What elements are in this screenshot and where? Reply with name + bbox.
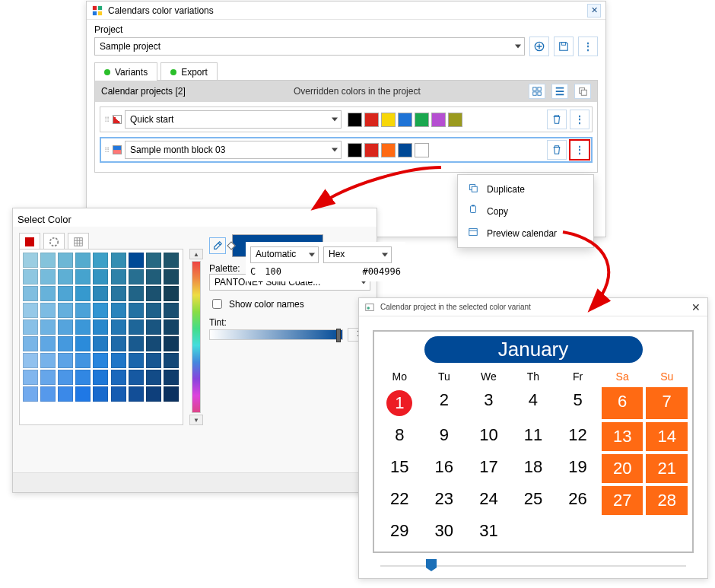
- color-cell[interactable]: [40, 253, 56, 268]
- slider-thumb[interactable]: [336, 329, 341, 342]
- color-cell[interactable]: [146, 386, 161, 402]
- delete-row-button[interactable]: [547, 140, 567, 160]
- close-button[interactable]: ✕: [587, 4, 601, 17]
- color-cell[interactable]: [58, 370, 73, 385]
- color-cell[interactable]: [75, 269, 91, 284]
- color-cell[interactable]: [75, 286, 91, 301]
- color-swatch[interactable]: [398, 113, 412, 127]
- color-swatch[interactable]: [448, 113, 462, 127]
- color-cell[interactable]: [93, 370, 108, 385]
- color-cell[interactable]: [40, 386, 56, 402]
- color-cell[interactable]: [111, 386, 126, 402]
- preview-slider[interactable]: [373, 559, 694, 572]
- view-list-button[interactable]: [551, 84, 568, 99]
- menu-item-copy[interactable]: Copy: [458, 200, 593, 222]
- scroll-up-button[interactable]: ▲: [189, 249, 203, 259]
- color-cell[interactable]: [164, 286, 179, 301]
- color-cell[interactable]: [58, 269, 73, 284]
- color-cell[interactable]: [75, 303, 91, 318]
- color-cell[interactable]: [164, 336, 179, 351]
- color-cell[interactable]: [93, 319, 108, 335]
- color-cell[interactable]: [93, 336, 108, 351]
- tab-variants[interactable]: Variants: [94, 62, 157, 81]
- color-cell[interactable]: [164, 370, 179, 385]
- color-swatch[interactable]: [431, 113, 446, 127]
- color-cell[interactable]: [93, 353, 108, 368]
- color-cell[interactable]: [75, 370, 91, 385]
- color-cell[interactable]: [111, 253, 126, 268]
- color-cell[interactable]: [146, 253, 161, 268]
- color-cell[interactable]: [111, 286, 126, 301]
- menu-item-preview[interactable]: Preview calendar: [458, 222, 593, 244]
- row-more-button[interactable]: ⋮: [570, 110, 589, 129]
- color-cell[interactable]: [23, 303, 38, 318]
- color-swatch[interactable]: [415, 113, 429, 127]
- color-cell[interactable]: [58, 336, 73, 351]
- color-swatch-grid[interactable]: [19, 249, 183, 425]
- view-grid-button[interactable]: [529, 84, 545, 99]
- drag-handle-icon[interactable]: ⠿: [103, 146, 110, 154]
- color-cell[interactable]: [40, 370, 56, 385]
- color-cell[interactable]: [146, 353, 161, 368]
- color-cell[interactable]: [111, 370, 126, 385]
- eyedropper-button[interactable]: [209, 237, 226, 254]
- scroll-down-button[interactable]: ▼: [189, 415, 203, 425]
- format-select[interactable]: Hex: [323, 246, 392, 263]
- color-cell[interactable]: [111, 319, 126, 335]
- show-color-names-checkbox[interactable]: Show color names: [209, 297, 370, 311]
- color-cell[interactable]: [75, 253, 91, 268]
- color-cell[interactable]: [111, 336, 126, 351]
- save-button[interactable]: [554, 37, 574, 56]
- color-cell[interactable]: [23, 370, 38, 385]
- color-swatch[interactable]: [348, 143, 362, 157]
- copy-panel-button[interactable]: [574, 84, 591, 99]
- color-swatch[interactable]: [348, 113, 362, 127]
- picker-tab-solid[interactable]: [19, 233, 40, 250]
- color-cell[interactable]: [40, 319, 56, 335]
- color-swatch[interactable]: [364, 113, 379, 127]
- color-cell[interactable]: [164, 353, 179, 368]
- color-cell[interactable]: [23, 353, 38, 368]
- color-cell[interactable]: [129, 319, 144, 335]
- delete-row-button[interactable]: [547, 110, 567, 129]
- project-select[interactable]: Sample project: [94, 37, 525, 56]
- color-cell[interactable]: [93, 269, 108, 284]
- project-name-select[interactable]: Sample month block 03: [125, 141, 342, 159]
- color-cell[interactable]: [40, 303, 56, 318]
- color-cell[interactable]: [111, 269, 126, 284]
- color-cell[interactable]: [129, 353, 144, 368]
- color-cell[interactable]: [164, 303, 179, 318]
- color-cell[interactable]: [75, 336, 91, 351]
- color-swatch[interactable]: [364, 143, 379, 157]
- color-cell[interactable]: [58, 386, 73, 402]
- drag-handle-icon[interactable]: ⠿: [103, 116, 110, 124]
- color-cell[interactable]: [164, 253, 179, 268]
- color-cell[interactable]: [58, 303, 73, 318]
- color-cell[interactable]: [164, 386, 179, 402]
- color-cell[interactable]: [23, 286, 38, 301]
- color-cell[interactable]: [129, 269, 144, 284]
- checkbox-input[interactable]: [212, 299, 222, 309]
- color-cell[interactable]: [129, 253, 144, 268]
- color-cell[interactable]: [93, 303, 108, 318]
- color-cell[interactable]: [23, 269, 38, 284]
- color-cell[interactable]: [146, 319, 161, 335]
- color-cell[interactable]: [146, 370, 161, 385]
- color-cell[interactable]: [40, 269, 56, 284]
- color-cell[interactable]: [93, 286, 108, 301]
- color-cell[interactable]: [146, 269, 161, 284]
- color-cell[interactable]: [58, 286, 73, 301]
- tint-slider[interactable]: [209, 329, 343, 340]
- picker-tab-grid[interactable]: [68, 233, 89, 250]
- color-cell[interactable]: [146, 336, 161, 351]
- add-button[interactable]: [529, 37, 549, 56]
- color-cell[interactable]: [93, 386, 108, 402]
- color-cell[interactable]: [93, 253, 108, 268]
- hue-strip[interactable]: [192, 261, 201, 413]
- color-cell[interactable]: [164, 269, 179, 284]
- color-cell[interactable]: [146, 286, 161, 301]
- color-cell[interactable]: [129, 286, 144, 301]
- color-cell[interactable]: [58, 353, 73, 368]
- menu-item-duplicate[interactable]: Duplicate: [458, 178, 593, 200]
- row-more-button[interactable]: ⋮: [570, 140, 589, 160]
